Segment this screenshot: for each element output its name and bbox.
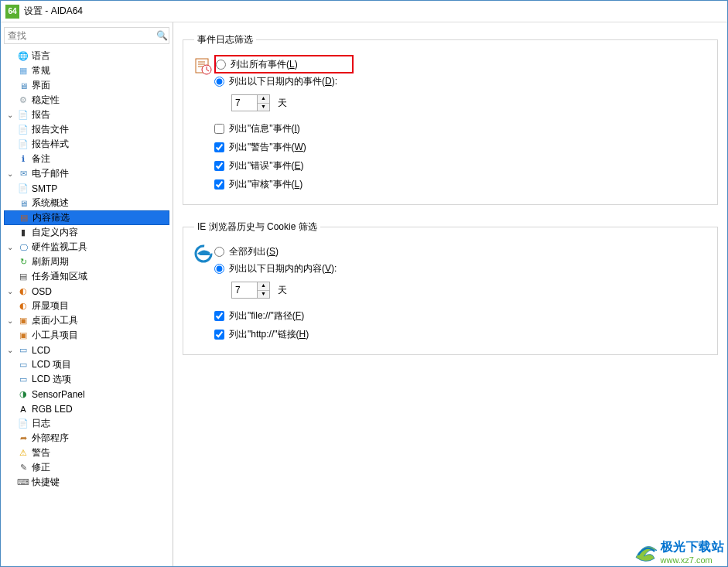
watermark-url: www.xz7.com xyxy=(661,555,725,565)
ie-days-spinner[interactable]: ▲ ▼ xyxy=(258,282,270,299)
checkbox-list-error-label: 列出"错误"事件(E) xyxy=(229,159,304,172)
tree-item-label: LCD 选项 xyxy=(32,373,71,386)
radio-list-all-ie[interactable] xyxy=(214,247,224,257)
tree-item[interactable]: ⌄▭LCD xyxy=(4,343,169,357)
caret-down-icon[interactable]: ⌄ xyxy=(5,316,15,325)
tree-item[interactable]: ◑SensorPanel xyxy=(4,387,169,401)
tree-item[interactable]: 📄日志 xyxy=(4,416,169,431)
tree-icon: ▣ xyxy=(17,315,29,327)
checkbox-list-warning[interactable] xyxy=(214,142,224,152)
tree-icon: ▤ xyxy=(18,212,30,224)
checkbox-list-file[interactable] xyxy=(214,311,224,321)
tree-item[interactable]: ⌄✉电子邮件 xyxy=(4,166,169,181)
tree-item[interactable]: ⌄▣桌面小工具 xyxy=(4,313,169,328)
tree-item[interactable]: 📄SMTP xyxy=(4,181,169,196)
tree-item[interactable]: ✎修正 xyxy=(4,460,169,475)
checkbox-list-audit-label: 列出"审核"事件(L) xyxy=(229,178,302,191)
tree-icon: ⌨ xyxy=(17,476,29,489)
tree-item[interactable]: ⚙稳定性 xyxy=(4,93,169,108)
ie-legend: IE 浏览器历史与 Cookie 筛选 xyxy=(194,220,320,234)
tree-item-label: SensorPanel xyxy=(32,389,85,400)
settings-tree[interactable]: 🌐语言▦常规🖥界面⚙稳定性⌄📄报告📄报告文件📄报告样式ℹ备注⌄✉电子邮件📄SMT… xyxy=(4,49,169,490)
spinner-up-icon[interactable]: ▲ xyxy=(258,95,269,104)
search-box[interactable]: 🔍 xyxy=(4,27,169,44)
tree-item[interactable]: ⌄📄报告 xyxy=(4,108,169,122)
tree-item[interactable]: ⌄◐OSD xyxy=(4,284,169,299)
tree-icon: ▭ xyxy=(17,374,29,386)
event-days-unit: 天 xyxy=(278,97,287,110)
tree-item[interactable]: ➦外部程序 xyxy=(4,431,169,446)
app-icon: 64 xyxy=(5,5,19,19)
tree-icon: ➦ xyxy=(17,432,29,445)
event-days-spinner[interactable]: ▲ ▼ xyxy=(258,94,270,111)
tree-item[interactable]: ℹ备注 xyxy=(4,152,169,166)
ie-days-input[interactable]: 7 xyxy=(231,282,258,299)
tree-item-label: RGB LED xyxy=(32,404,73,415)
tree-item-label: 硬件监视工具 xyxy=(32,241,87,254)
caret-down-icon[interactable]: ⌄ xyxy=(5,346,15,354)
event-log-icon xyxy=(194,56,214,76)
spinner-down-icon[interactable]: ▼ xyxy=(258,291,269,299)
event-days-input[interactable]: 7 xyxy=(231,94,258,111)
tree-item-label: 屏显项目 xyxy=(32,299,69,313)
checkbox-list-http-label: 列出"http://"链接(H) xyxy=(229,328,309,341)
tree-item[interactable]: ▣小工具项目 xyxy=(4,328,169,343)
tree-item-label: 刷新周期 xyxy=(32,255,69,268)
search-input[interactable] xyxy=(6,29,156,43)
tree-item[interactable]: ▮自定义内容 xyxy=(4,225,169,240)
tree-icon: 📄 xyxy=(17,138,29,151)
tree-item-label: 自定义内容 xyxy=(32,226,78,239)
checkbox-list-http[interactable] xyxy=(214,330,224,340)
tree-item-label: 系统概述 xyxy=(32,196,69,210)
tree-item[interactable]: ◐屏显项目 xyxy=(4,299,169,313)
checkbox-list-error[interactable] xyxy=(214,161,224,171)
tree-item[interactable]: ▭LCD 项目 xyxy=(4,357,169,372)
tree-item-label: 稳定性 xyxy=(32,94,60,107)
spinner-down-icon[interactable]: ▼ xyxy=(258,104,269,111)
watermark: 极光下载站 www.xz7.com xyxy=(631,538,725,565)
tree-item[interactable]: ▦常规 xyxy=(4,63,169,78)
checkbox-list-file-label: 列出"file://"路径(F) xyxy=(229,309,304,323)
tree-item[interactable]: 🌐语言 xyxy=(4,49,169,63)
main-panel: 事件日志筛选 列出所有事件(L) xyxy=(173,22,727,566)
radio-list-range-events[interactable] xyxy=(214,77,224,87)
tree-item[interactable]: ARGB LED xyxy=(4,401,169,416)
tree-item[interactable]: ▤内容筛选 xyxy=(4,210,169,225)
tree-item-label: 警告 xyxy=(32,446,50,459)
tree-icon: A xyxy=(17,403,29,415)
search-icon: 🔍 xyxy=(156,30,167,41)
tree-item[interactable]: ↻刷新周期 xyxy=(4,254,169,269)
tree-item[interactable]: ⌄🖵硬件监视工具 xyxy=(4,240,169,254)
tree-icon: ▤ xyxy=(17,271,29,283)
tree-item[interactable]: ▤任务通知区域 xyxy=(4,269,169,284)
radio-list-range-ie[interactable] xyxy=(214,264,224,274)
tree-item-label: 任务通知区域 xyxy=(32,270,87,283)
tree-item-label: 修正 xyxy=(32,461,50,474)
tree-item[interactable]: ⚠警告 xyxy=(4,446,169,460)
event-log-filter-group: 事件日志筛选 列出所有事件(L) xyxy=(183,33,718,205)
caret-down-icon[interactable]: ⌄ xyxy=(5,111,15,119)
caret-down-icon[interactable]: ⌄ xyxy=(5,287,15,295)
tree-item-label: 桌面小工具 xyxy=(32,314,78,327)
tree-item[interactable]: 🖥系统概述 xyxy=(4,196,169,210)
tree-item-label: 备注 xyxy=(32,152,50,166)
tree-item[interactable]: ▭LCD 选项 xyxy=(4,372,169,387)
caret-down-icon[interactable]: ⌄ xyxy=(5,169,15,178)
tree-item[interactable]: 📄报告文件 xyxy=(4,122,169,137)
tree-item[interactable]: 📄报告样式 xyxy=(4,137,169,152)
spinner-up-icon[interactable]: ▲ xyxy=(258,282,269,291)
checkbox-list-info[interactable] xyxy=(214,124,224,134)
caret-down-icon[interactable]: ⌄ xyxy=(5,243,15,251)
tree-icon: ℹ xyxy=(17,153,29,166)
tree-item-label: 报告样式 xyxy=(32,138,69,151)
tree-item-label: OSD xyxy=(32,286,52,297)
sidebar: 🔍 🌐语言▦常规🖥界面⚙稳定性⌄📄报告📄报告文件📄报告样式ℹ备注⌄✉电子邮件📄S… xyxy=(1,22,173,566)
tree-item-label: 日志 xyxy=(32,417,50,430)
checkbox-list-audit[interactable] xyxy=(214,179,224,190)
tree-icon: ▦ xyxy=(17,65,29,77)
ie-history-filter-group: IE 浏览器历史与 Cookie 筛选 全部列出(S) 列出以下日期内的内容(V… xyxy=(183,220,718,355)
tree-item[interactable]: 🖥界面 xyxy=(4,78,169,93)
tree-item[interactable]: ⌨快捷键 xyxy=(4,475,169,490)
radio-list-all-events[interactable] xyxy=(216,60,226,70)
event-legend: 事件日志筛选 xyxy=(194,33,256,46)
